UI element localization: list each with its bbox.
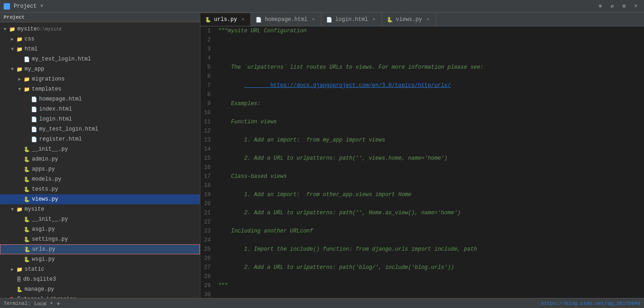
file-tree[interactable]: ▼📁mysite D:\mysite▶📁css▼📁html📄my_test_lo… <box>0 22 200 298</box>
tree-label-templates: templates <box>32 86 61 92</box>
tree-item-models.py[interactable]: 🐍models.py <box>0 174 200 184</box>
tree-label-asgi.py: asgi.py <box>32 226 55 232</box>
line-number-26: 26 <box>204 254 210 263</box>
tree-item-db.sqlite3[interactable]: 🗄db.sqlite3 <box>0 274 200 284</box>
tab-urls.py[interactable]: 🐍urls.py× <box>200 13 251 26</box>
tree-label-static: static <box>25 266 44 273</box>
tab-close-login.html[interactable]: × <box>371 16 377 23</box>
tree-item-urls.py[interactable]: 🐍urls.py <box>0 244 200 254</box>
titlebar-project-label: Project <box>14 3 36 10</box>
py-icon-asgi.py: 🐍 <box>24 227 30 232</box>
code-line-5: Examples: <box>218 99 640 108</box>
tree-item-my_app[interactable]: ▼📁my_app <box>0 64 200 74</box>
tree-item-static[interactable]: ▶📁static <box>0 264 200 274</box>
py-icon-manage.py: 🐍 <box>16 287 23 293</box>
folder-icon-css: 📁 <box>16 36 23 42</box>
tree-arrow-my_app: ▼ <box>11 67 16 72</box>
tree-item-__init__.py[interactable]: 🐍__init__.py <box>0 144 200 154</box>
tab-close-homepage.html[interactable]: × <box>310 16 317 23</box>
line-number-27: 27 <box>204 263 210 272</box>
py-icon-__init__.py: 🐍 <box>24 146 30 152</box>
titlebar: Project ▼ ⊕ ⇄ ⚙ × <box>0 0 644 13</box>
line-number-11: 11 <box>204 117 210 126</box>
tree-arrow-mysite-root: ▼ <box>4 27 9 32</box>
tree-item-login.html[interactable]: 📄login.html <box>0 114 200 124</box>
line-number-15: 15 <box>204 154 210 163</box>
gear-icon[interactable]: ⚙ <box>619 2 629 11</box>
line-number-7: 7 <box>204 81 210 90</box>
tree-label-css: css <box>25 36 35 42</box>
local-tab-button[interactable]: Local <box>32 300 48 307</box>
tab-close-urls.py[interactable]: × <box>240 16 246 23</box>
py-icon-models.py: 🐍 <box>24 177 30 182</box>
tree-label-settings.py: settings.py <box>32 236 68 242</box>
py-icon-apps.py: 🐍 <box>24 167 30 172</box>
code-line-14: 2. Add a URL to urlpatterns: path('blog/… <box>218 263 640 272</box>
swap-icon[interactable]: ⇄ <box>608 2 617 11</box>
tree-item-__init__2.py[interactable]: 🐍__init__.py <box>0 214 200 224</box>
close-icon[interactable]: × <box>631 2 640 11</box>
tree-item-mysite-root[interactable]: ▼📁mysite D:\mysite <box>0 24 200 34</box>
tree-label-db.sqlite3: db.sqlite3 <box>23 276 56 283</box>
folder-icon-mysite: 📁 <box>16 207 23 212</box>
code-line-6: Function views <box>218 117 640 126</box>
tree-item-manage.py[interactable]: 🐍manage.py <box>0 284 200 294</box>
tree-item-apps.py[interactable]: 🐍apps.py <box>0 164 200 174</box>
tree-item-my_test_login.html[interactable]: 📄my_test_login.html <box>0 124 200 134</box>
tree-item-admin.py[interactable]: 🐍admin.py <box>0 154 200 164</box>
tree-sublabel-mysite-root: D:\mysite <box>37 27 61 32</box>
tab-login.html[interactable]: 📄login.html× <box>322 13 382 26</box>
line-number-5: 5 <box>204 63 210 72</box>
line-number-12: 12 <box>204 126 210 136</box>
folder-icon-html: 📁 <box>16 46 23 52</box>
tree-label-my_test_login.html-top: my_test_login.html <box>32 56 91 62</box>
code-line-10: 1. Add an import: from other_app.views i… <box>218 190 640 199</box>
tree-item-views.py[interactable]: 🐍views.py <box>0 194 200 204</box>
tab-views.py[interactable]: 🐍views.py× <box>382 13 436 26</box>
tab-close-views.py[interactable]: × <box>425 16 431 23</box>
line-number-25: 25 <box>204 245 210 254</box>
line-number-21: 21 <box>204 208 210 217</box>
tree-label-models.py: models.py <box>32 176 61 182</box>
tree-item-wsgi.py[interactable]: 🐍wsgi.py <box>0 254 200 264</box>
tree-arrow-html: ▼ <box>11 47 16 52</box>
tree-item-mysite[interactable]: ▼📁mysite <box>0 204 200 214</box>
py-icon-__init__2.py: 🐍 <box>24 217 30 222</box>
tree-item-homepage.html[interactable]: 📄homepage.html <box>0 94 200 104</box>
html-icon-login.html: 📄 <box>31 116 37 122</box>
add-icon[interactable]: ⊕ <box>596 2 605 11</box>
tree-item-css[interactable]: ▶📁css <box>0 34 200 44</box>
tree-label-manage.py: manage.py <box>25 286 54 293</box>
tree-item-asgi.py[interactable]: 🐍asgi.py <box>0 224 200 234</box>
tab-icon-views.py: 🐍 <box>387 17 393 23</box>
tree-item-index.html[interactable]: 📄index.html <box>0 104 200 114</box>
statusbar-right: https://blog.csdn.net/qq_38175040 <box>541 301 640 306</box>
tree-arrow-templates: ▼ <box>18 87 24 92</box>
tree-item-settings.py[interactable]: 🐍settings.py <box>0 234 200 244</box>
folder-icon-my_app: 📁 <box>16 66 23 72</box>
tree-item-migrations[interactable]: ▶📁migrations <box>0 74 200 84</box>
line-numbers: 1234567891011121314151617181920212223242… <box>200 26 214 298</box>
tree-item-my_test_login.html-top[interactable]: 📄my_test_login.html <box>0 54 200 64</box>
code-line-11: 2. Add a URL to urlpatterns: path('', Ho… <box>218 208 640 217</box>
editor-area: 🐍urls.py×📄homepage.html×📄login.html×🐍vie… <box>200 13 644 298</box>
tree-item-register.html[interactable]: 📄register.html <box>0 134 200 144</box>
line-number-1: 1 <box>204 26 210 35</box>
titlebar-dropdown-arrow[interactable]: ▼ <box>40 4 43 9</box>
tree-label-urls.py: urls.py <box>32 246 55 252</box>
tree-item-html[interactable]: ▼📁html <box>0 44 200 54</box>
add-terminal-button[interactable]: + <box>55 300 62 307</box>
terminal-close-icon[interactable]: × <box>50 301 53 306</box>
tree-label-homepage.html: homepage.html <box>39 96 82 102</box>
tab-homepage.html[interactable]: 📄homepage.html× <box>251 13 322 26</box>
tree-label-html: html <box>25 46 38 52</box>
tab-label-homepage.html: homepage.html <box>265 16 307 23</box>
line-number-22: 22 <box>204 217 210 227</box>
tree-label-views.py: views.py <box>32 196 58 202</box>
tree-item-templates[interactable]: ▼📁templates <box>0 84 200 94</box>
tree-item-external-libs[interactable]: 📚External Libraries <box>0 294 200 298</box>
code-line-12: Including another URLconf <box>218 227 640 236</box>
tree-item-tests.py[interactable]: 🐍tests.py <box>0 184 200 194</box>
code-area[interactable]: 1234567891011121314151617181920212223242… <box>200 26 644 298</box>
tree-label-mysite: mysite <box>25 206 44 212</box>
